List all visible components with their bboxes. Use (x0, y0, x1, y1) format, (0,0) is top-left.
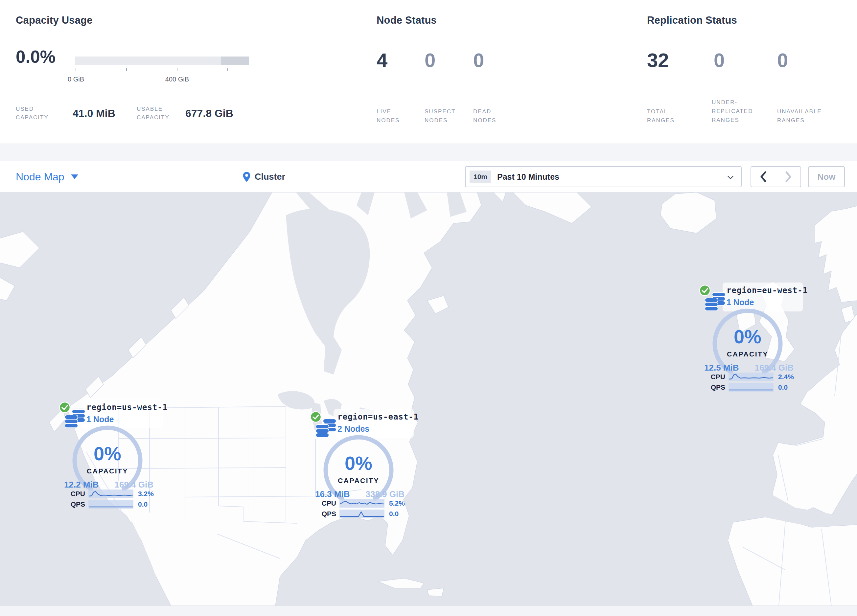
replication-status-section: Replication Status 32 0 0 TOTAL RANGES U… (647, 14, 844, 26)
region-badge-us-east-1[interactable]: region=us-east-1 2 Nodes 0% CAPACITY 16.… (310, 411, 412, 523)
time-back-button[interactable] (751, 167, 776, 187)
map-pin-icon (243, 171, 251, 182)
region-capacity-minmax: 16.3 MiB 338.9 GiB (315, 489, 405, 499)
region-capacity-label: CAPACITY (322, 477, 394, 485)
node-status-section: Node Status 4 0 0 LIVE NODES SUSPECT NOD… (377, 14, 561, 26)
time-pager (750, 166, 801, 187)
capacity-bar-reserved-segment (221, 57, 249, 65)
cpu-sparkline (88, 489, 133, 498)
region-badge-eu-west-1[interactable]: region=eu-west-1 1 Node 0% CAPACITY 12.5… (699, 284, 801, 396)
caret-down-icon (71, 174, 78, 179)
dead-nodes-label: DEAD NODES (473, 107, 513, 125)
region-used-capacity: 12.2 MiB (64, 480, 99, 490)
map-toolbar: Node Map Cluster 10m Past 10 Minutes Now (0, 161, 857, 192)
time-range-badge: 10m (470, 170, 491, 183)
replication-status-title: Replication Status (647, 14, 844, 26)
view-selector-label: Node Map (16, 171, 64, 183)
cpu-label: CPU (706, 373, 725, 381)
cpu-value: 3.2% (138, 490, 154, 498)
dead-nodes-count: 0 (473, 51, 484, 70)
capacity-axis-tick (76, 68, 76, 71)
node-status-title: Node Status (377, 14, 561, 26)
cluster-summary-panel: Capacity Usage 0.0% 0 GiB 400 GiB USED C… (0, 0, 857, 144)
region-name: region=us-west-1 (87, 403, 168, 412)
time-range-dropdown[interactable]: 10m Past 10 Minutes (465, 166, 742, 187)
chevron-right-icon (785, 171, 792, 182)
used-capacity-label: USED CAPACITY (16, 105, 58, 122)
region-node-count: 2 Nodes (337, 424, 369, 434)
now-button[interactable]: Now (808, 166, 845, 187)
world-map-graphic (0, 192, 857, 606)
region-used-capacity: 16.3 MiB (315, 489, 350, 499)
capacity-percent: 0.0% (16, 47, 56, 67)
time-range-label: Past 10 Minutes (497, 172, 559, 182)
unavailable-label: UNAVAILABLE RANGES (777, 107, 830, 125)
node-map[interactable]: region=us-west-1 1 Node 0% CAPACITY 12.2… (0, 192, 857, 606)
used-capacity-value: 41.0 MiB (73, 107, 115, 120)
qps-row: QPS 0.0 (66, 500, 147, 509)
chevron-left-icon (760, 171, 767, 182)
region-capacity-minmax: 12.5 MiB 169.4 GiB (704, 363, 794, 373)
region-node-count: 1 Node (727, 298, 754, 307)
used-capacity-block: USED CAPACITY 41.0 MiB (16, 105, 115, 122)
cpu-sparkline (729, 372, 773, 381)
region-used-capacity: 12.5 MiB (704, 363, 739, 373)
cpu-label: CPU (66, 490, 85, 498)
usable-capacity-value: 677.8 GiB (185, 107, 233, 120)
under-replicated-label: UNDER-REPLICATED RANGES (712, 98, 761, 125)
capacity-axis-label-400: 400 GiB (151, 76, 203, 83)
qps-sparkline (88, 500, 133, 509)
cpu-label: CPU (317, 499, 336, 507)
qps-sparkline (339, 509, 384, 518)
capacity-axis-tick (227, 68, 228, 71)
region-capacity-minmax: 12.2 MiB 169.4 GiB (64, 480, 153, 490)
chevron-down-icon (727, 176, 734, 179)
capacity-axis-tick (177, 68, 178, 71)
qps-value: 0.0 (389, 510, 399, 518)
region-capacity-label: CAPACITY (71, 467, 144, 475)
qps-label: QPS (706, 383, 725, 391)
qps-value: 0.0 (778, 383, 788, 391)
under-replicated-count: 0 (714, 51, 725, 70)
toolbar-divider (449, 161, 449, 192)
region-total-capacity: 169.4 GiB (114, 480, 153, 490)
cpu-row: CPU 5.2% (317, 499, 405, 508)
breadcrumb[interactable]: Cluster (243, 161, 285, 193)
capacity-usage-section: Capacity Usage 0.0% 0 GiB 400 GiB USED C… (16, 14, 266, 26)
capacity-usage-title: Capacity Usage (16, 14, 266, 26)
live-nodes-count: 4 (377, 51, 387, 70)
suspect-nodes-count: 0 (425, 51, 435, 70)
region-name: region=us-east-1 (337, 412, 419, 421)
cpu-sparkline (339, 499, 384, 508)
page-bottom-strip (0, 606, 857, 616)
unavailable-count: 0 (777, 51, 788, 70)
breadcrumb-label: Cluster (255, 172, 285, 182)
cpu-value: 5.2% (389, 499, 405, 507)
region-total-capacity: 338.9 GiB (365, 489, 405, 499)
cpu-value: 2.4% (778, 373, 794, 381)
total-ranges-count: 32 (647, 51, 669, 70)
capacity-axis-tick (126, 68, 127, 71)
region-capacity-percent: 0% (712, 326, 784, 347)
time-forward-button[interactable] (776, 167, 801, 187)
cpu-row: CPU 3.2% (66, 489, 154, 499)
region-badge-us-west-1[interactable]: region=us-west-1 1 Node 0% CAPACITY 12.2… (59, 401, 161, 513)
region-capacity-percent: 0% (71, 443, 144, 465)
cpu-row: CPU 2.4% (706, 372, 794, 381)
capacity-axis-label-0: 0 GiB (50, 76, 102, 83)
usable-capacity-label: USABLE CAPACITY (137, 105, 179, 122)
usable-capacity-block: USABLE CAPACITY 677.8 GiB (137, 105, 233, 122)
capacity-bar (75, 57, 249, 65)
qps-sparkline (729, 383, 773, 392)
qps-label: QPS (317, 510, 336, 518)
qps-row: QPS 0.0 (706, 383, 788, 392)
region-total-capacity: 169.4 GiB (755, 363, 794, 373)
qps-row: QPS 0.0 (317, 509, 399, 519)
total-ranges-label: TOTAL RANGES (647, 107, 687, 125)
region-name: region=eu-west-1 (727, 286, 808, 295)
suspect-nodes-label: SUSPECT NODES (425, 107, 464, 125)
region-capacity-percent: 0% (322, 452, 394, 474)
view-selector-dropdown[interactable]: Node Map (16, 161, 78, 193)
qps-label: QPS (66, 500, 85, 508)
region-capacity-label: CAPACITY (712, 350, 784, 358)
